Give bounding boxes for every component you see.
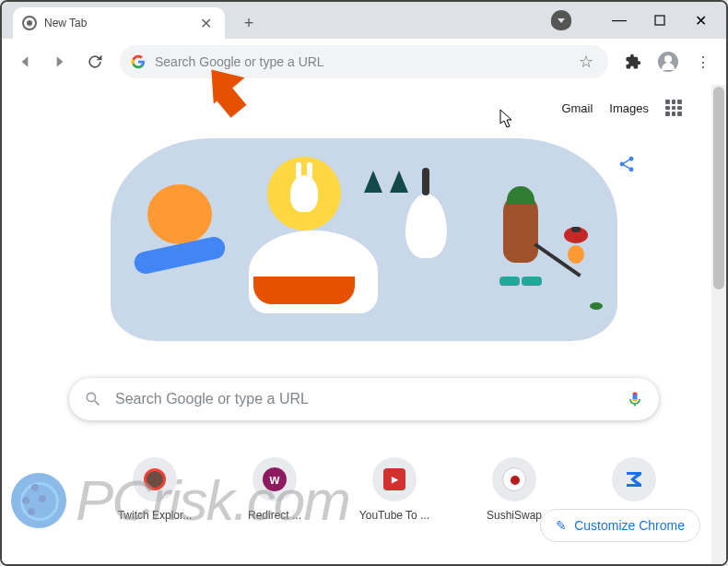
minimize-button[interactable]: —: [599, 7, 640, 33]
doodle-tiger-icon: [147, 184, 212, 244]
tab-title: New Tab: [44, 17, 196, 29]
reload-icon: [86, 53, 104, 71]
shortcut-icon-wrap: ▶: [372, 457, 417, 501]
shortcut-icon-wrap: w: [252, 457, 297, 501]
doodle-puck-icon: [590, 302, 603, 310]
header-links: Gmail Images: [20, 85, 708, 116]
back-button[interactable]: [9, 46, 41, 77]
tab-close-button[interactable]: ✕: [196, 15, 216, 32]
maximize-button[interactable]: [640, 7, 680, 33]
window-controls: — ✕: [551, 2, 721, 39]
voice-search-icon[interactable]: [626, 390, 644, 408]
share-icon[interactable]: [617, 155, 636, 178]
youtube-shortcut-icon: ▶: [383, 468, 405, 490]
shortcut-label: YouTube To ...: [359, 509, 429, 522]
active-tab[interactable]: New Tab ✕: [13, 7, 225, 39]
content-area: Gmail Images: [2, 85, 726, 564]
arrow-left-icon: [16, 53, 34, 71]
customize-chrome-button[interactable]: ✎ Customize Chrome: [540, 509, 700, 542]
omnibox[interactable]: Search Google or type a URL ☆: [120, 45, 608, 78]
new-tab-button[interactable]: +: [236, 10, 262, 36]
shortcut-icon-wrap: [492, 457, 536, 501]
redirect-shortcut-icon: w: [263, 467, 287, 491]
shortcut-redirect[interactable]: w Redirect ...: [225, 457, 324, 522]
profile-button[interactable]: [652, 46, 684, 77]
shortcut-icon-wrap: [133, 457, 177, 501]
shield-dropdown-icon[interactable]: [551, 10, 571, 30]
pencil-icon: ✎: [556, 518, 567, 533]
search-box[interactable]: Search Google or type a URL: [69, 378, 659, 420]
doodle-sled-icon: [253, 277, 355, 304]
maximize-icon: [654, 15, 665, 26]
images-link[interactable]: Images: [609, 101, 649, 115]
search-icon: [84, 390, 102, 408]
shortcut-label: Twitch Explor...: [118, 509, 193, 522]
scrollbar[interactable]: [711, 85, 726, 564]
apps-grid-dot-icon: [665, 100, 670, 104]
search-placeholder: Search Google or type a URL: [115, 391, 626, 407]
shortcut-twitch[interactable]: Twitch Explor...: [105, 457, 205, 522]
shortcut-icon-wrap: [612, 457, 656, 501]
forward-button[interactable]: [44, 46, 76, 77]
arrow-right-icon: [51, 53, 69, 71]
chrome-favicon-icon: [22, 16, 37, 30]
doodle-bunny-icon: [290, 175, 318, 212]
toolbar: Search Google or type a URL ☆ ⋮: [2, 39, 726, 85]
twitch-shortcut-icon: [144, 468, 166, 490]
shortcut-label: Redirect ...: [248, 509, 301, 522]
svg-rect-0: [655, 16, 664, 25]
extensions-button[interactable]: [617, 46, 649, 77]
google-doodle[interactable]: [111, 138, 617, 341]
shortcut-label: SushiSwap: [487, 509, 542, 522]
annotation-arrow-icon: [200, 66, 255, 122]
bookmark-star-icon[interactable]: ☆: [575, 52, 597, 72]
close-window-button[interactable]: ✕: [680, 7, 721, 33]
google-g-icon: [131, 54, 146, 69]
google-apps-button[interactable]: [665, 100, 682, 116]
scrollbar-thumb[interactable]: [713, 87, 724, 289]
sushiswap-shortcut-icon: [502, 467, 526, 491]
browser-window: New Tab ✕ + — ✕ Search Google or type a …: [0, 0, 728, 566]
reload-button[interactable]: [79, 46, 111, 77]
chrome-menu-button[interactable]: ⋮: [687, 46, 719, 77]
titlebar: New Tab ✕ + — ✕: [2, 2, 726, 39]
shortcut-youtube[interactable]: ▶ YouTube To ...: [345, 457, 444, 522]
puzzle-icon: [625, 53, 641, 70]
doodle-trees-icon: [364, 171, 408, 193]
profile-avatar-icon: [658, 52, 678, 72]
gmail-link[interactable]: Gmail: [561, 101, 593, 115]
doodle-curler-icon: [562, 230, 590, 267]
doodle-goose-icon: [405, 194, 447, 258]
customize-label: Customize Chrome: [574, 518, 685, 533]
doodle-weasel-icon: [498, 194, 544, 286]
sigma-shortcut-icon: [623, 468, 645, 490]
